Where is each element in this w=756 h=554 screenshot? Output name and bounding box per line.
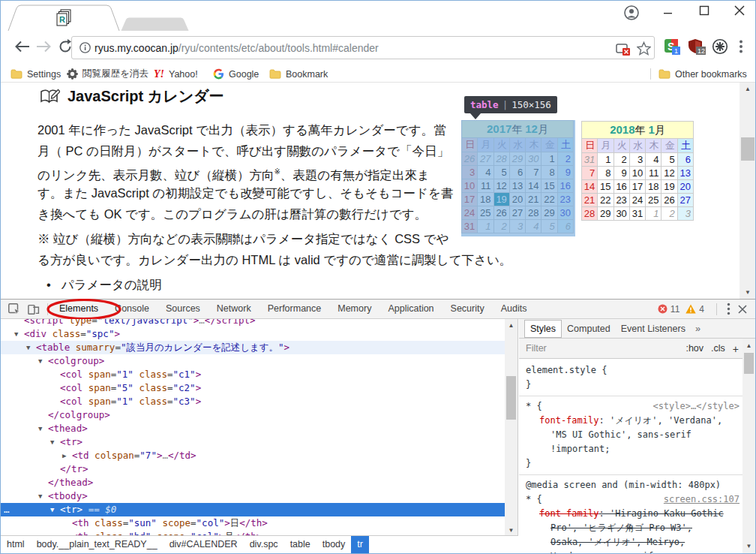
calendar-day[interactable]: 15	[598, 180, 614, 194]
styles-scrollbar[interactable]: ▲ ▼	[742, 339, 755, 553]
style-line[interactable]: * {<style>…</style>	[519, 399, 742, 414]
warning-count[interactable]: 4	[699, 304, 704, 315]
style-line[interactable]: @media screen and (min-width: 480px)	[519, 478, 742, 492]
calendar-day[interactable]: 7	[526, 166, 542, 179]
calendar-day[interactable]: 18	[646, 180, 662, 194]
bookmark-google[interactable]: Google	[213, 68, 259, 80]
scrollbar-thumb[interactable]	[741, 137, 754, 161]
calendar-day[interactable]: 1	[646, 207, 662, 221]
close-button[interactable]	[734, 5, 746, 17]
calendar-day[interactable]: 14	[526, 179, 542, 193]
stylesheet-link[interactable]: screen.css:107	[664, 492, 740, 507]
bookmark-clear-history[interactable]: 閲覧履歴を消去	[67, 68, 148, 80]
calendar-day[interactable]: 29	[509, 152, 525, 166]
calendar-day[interactable]: 1	[478, 220, 494, 233]
bookmark-yahoo[interactable]: Y! Yahoo!	[154, 68, 198, 80]
calendar-day[interactable]: 28	[582, 207, 598, 221]
calendar-2018-01[interactable]: 2018年 1月日月火水木金土3112345678910111213141516…	[581, 121, 694, 221]
calendar-day[interactable]: 20	[509, 193, 525, 206]
breadcrumb-tr[interactable]: tr	[351, 536, 369, 553]
calendar-day[interactable]: 2	[494, 220, 509, 233]
devtools-tab-security[interactable]: Security	[442, 300, 493, 318]
calendar-day[interactable]: 30	[614, 207, 629, 221]
scroll-down-arrow[interactable]: ▼	[505, 525, 518, 536]
calendar-day[interactable]: 6	[557, 220, 573, 233]
bookmark-settings[interactable]: Settings	[10, 68, 61, 80]
calendar-day[interactable]: 13	[509, 179, 525, 193]
scrollbar-thumb[interactable]	[744, 353, 754, 374]
calendar-day[interactable]: 6	[677, 153, 693, 167]
inspect-element-icon[interactable]	[8, 303, 21, 316]
dom-node[interactable]: </colgroup>	[1, 408, 505, 422]
page-scrollbar[interactable]: ▲ ▼	[740, 83, 756, 299]
devtools-tab-network[interactable]: Network	[208, 300, 260, 318]
node-menu-dots[interactable]: …	[4, 503, 10, 516]
devtools-tab-audits[interactable]: Audits	[493, 300, 536, 318]
calendar-day[interactable]: 20	[677, 180, 693, 194]
style-line[interactable]: element.style {	[519, 363, 742, 378]
calendar-day[interactable]: 1	[598, 153, 614, 167]
calendar-day[interactable]: 8	[542, 166, 557, 179]
device-toolbar-icon[interactable]	[28, 303, 41, 316]
calendar-day[interactable]: 4	[526, 220, 542, 233]
calendar-day[interactable]: 17	[462, 193, 478, 206]
calendar-day[interactable]: 30	[526, 152, 542, 166]
calendar-day[interactable]: 24	[462, 206, 478, 220]
breadcrumb-body-plain-text-READY-[interactable]: body.__plain_text_READY__	[31, 536, 164, 553]
expand-arrow-icon[interactable]: ▼	[50, 435, 60, 449]
dom-node[interactable]: ▼<table sumarry="該当月のカレンダーを記述します。">	[1, 341, 505, 354]
devtools-tab-sources[interactable]: Sources	[158, 300, 208, 318]
hover-state-button[interactable]: :hov	[686, 343, 704, 355]
calendar-day[interactable]: 6	[509, 166, 525, 179]
calendar-day[interactable]: 12	[662, 167, 677, 180]
calendar-day[interactable]: 19	[662, 180, 677, 194]
calendar-day[interactable]: 30	[557, 206, 573, 220]
reload-button[interactable]	[58, 39, 73, 54]
expand-arrow-icon[interactable]: ▼	[38, 489, 48, 503]
dom-node[interactable]: ▼<colgroup>	[1, 354, 505, 368]
back-button[interactable]	[14, 40, 30, 53]
calendar-day[interactable]: 27	[478, 152, 494, 166]
calendar-day[interactable]: 3	[629, 153, 645, 167]
devtools-tab-memory[interactable]: Memory	[329, 300, 380, 318]
calendar-day[interactable]: 5	[662, 153, 677, 167]
calendar-day[interactable]: 22	[598, 194, 614, 207]
calendar-day[interactable]: 28	[494, 152, 509, 166]
style-line[interactable]: !important;	[519, 442, 742, 456]
calendar-day[interactable]: 14	[582, 180, 598, 194]
bullet-text[interactable]: パラメータの説明	[62, 278, 162, 291]
dom-node[interactable]: ▶<td colspan="7">…</td>	[1, 449, 505, 462]
calendar-day[interactable]: 24	[629, 194, 645, 207]
calendar-day[interactable]: 15	[542, 179, 557, 193]
dom-node[interactable]: ▼<tbody>	[1, 489, 505, 503]
error-count[interactable]: 11	[670, 304, 680, 315]
breadcrumb-table[interactable]: table	[284, 536, 316, 553]
tab-event-listeners[interactable]: Event Listeners	[616, 320, 691, 338]
calendar-day[interactable]: 25	[478, 206, 494, 220]
new-tab-button[interactable]	[121, 17, 192, 32]
scroll-down-arrow[interactable]: ▼	[742, 540, 755, 552]
calendar-day[interactable]: 9	[557, 166, 573, 179]
calendar-day[interactable]: 23	[614, 194, 629, 207]
expand-arrow-icon[interactable]: ▼	[14, 327, 24, 341]
calendar-day[interactable]: 3	[677, 207, 693, 221]
devtools-tab-console[interactable]: Console	[106, 300, 158, 318]
breadcrumb-div-spc[interactable]: div.spc	[244, 536, 284, 553]
calendar-day[interactable]: 27	[509, 206, 525, 220]
calendar-day[interactable]: 8	[598, 167, 614, 180]
calendar-day[interactable]: 31	[582, 153, 598, 167]
dom-tree-scrollbar[interactable]: ▲ ▼	[505, 319, 518, 537]
style-line[interactable]: * {screen.css:107	[519, 492, 742, 507]
dom-node[interactable]: <col span="1" class="c3">	[1, 395, 505, 408]
calendar-day[interactable]: 2	[557, 152, 573, 166]
calendar-day[interactable]: 26	[662, 194, 677, 207]
calendar-day[interactable]: 16	[557, 179, 573, 193]
calendar-table[interactable]: 2018年 1月日月火水木金土3112345678910111213141516…	[581, 121, 694, 221]
calendar-day[interactable]: 23	[557, 193, 573, 206]
devtools-tab-elements[interactable]: Elements	[51, 300, 106, 318]
devtools-close-icon[interactable]	[737, 304, 748, 315]
expand-arrow-icon[interactable]: ▼	[50, 503, 60, 516]
dom-node[interactable]: …▼<tr> == $0	[1, 503, 505, 516]
calendar-day[interactable]: 2	[614, 153, 629, 167]
dom-node[interactable]: <col span="5" class="c2">	[1, 381, 505, 395]
